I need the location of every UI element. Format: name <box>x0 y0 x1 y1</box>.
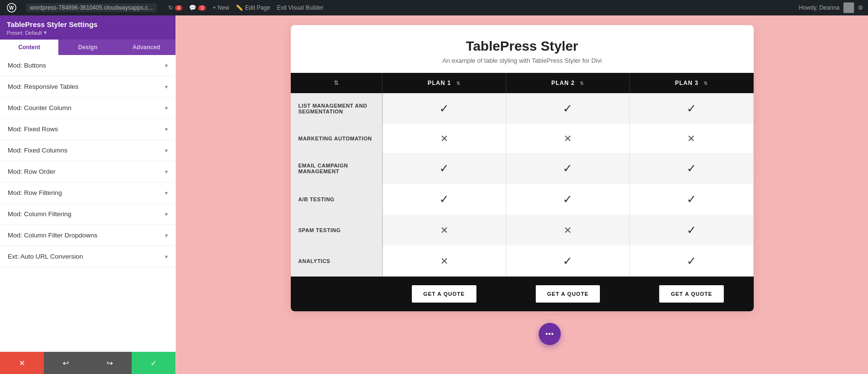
table-subtitle: An example of table styling with TablePr… <box>300 57 744 64</box>
refresh-icon: ↻ <box>168 4 173 11</box>
check-icon: ✓ <box>439 193 449 206</box>
sidebar-item-responsive-tables[interactable]: Mod: Responsive Tables ▾ <box>0 76 176 97</box>
table-row: MARKETING AUTOMATION✕✕✕ <box>291 124 754 153</box>
comments-button[interactable]: 💬 0 <box>189 4 206 11</box>
check-icon: ✓ <box>687 102 696 115</box>
screen-options-icon[interactable]: ⚙ <box>858 4 863 11</box>
sidebar-item-buttons[interactable]: Mod: Buttons ▾ <box>0 55 176 76</box>
feature-cell: A/B TESTING <box>291 184 382 215</box>
tab-content[interactable]: Content <box>0 40 58 55</box>
chevron-down-icon: ▾ <box>165 62 168 69</box>
sort-icon: ⇅ <box>334 80 339 86</box>
cross-icon: ✕ <box>687 133 695 144</box>
sidebar-item-fixed-columns[interactable]: Mod: Fixed Columns ▾ <box>0 140 176 161</box>
table-card-header: TablePress Styler An example of table st… <box>291 25 754 73</box>
sidebar: TablePress Styler Settings Preset: Defau… <box>0 15 176 374</box>
cross-icon: ✕ <box>440 133 448 144</box>
sidebar-item-row-filtering[interactable]: Mod: Row Filtering ▾ <box>0 182 176 204</box>
plan1-cell: ✕ <box>382 246 506 277</box>
table-row: ANALYTICS✕✓✓ <box>291 246 754 277</box>
sidebar-item-column-filter-dropdowns[interactable]: Mod: Column Filter Dropdowns ▾ <box>0 225 176 246</box>
sidebar-item-label: Mod: Counter Column <box>8 104 71 111</box>
table-row: SPAM TESTING✕✕✓ <box>291 215 754 246</box>
undo-button[interactable]: ↩ <box>44 352 88 374</box>
sort-icon: ⇅ <box>456 81 461 86</box>
wp-logo-icon[interactable]: W <box>5 3 18 13</box>
fab-button[interactable]: ••• <box>539 323 561 345</box>
preset-label: Preset: Default <box>7 30 42 36</box>
tab-advanced[interactable]: Advanced <box>117 40 176 55</box>
sidebar-content: Mod: Buttons ▾ Mod: Responsive Tables ▾ … <box>0 55 176 352</box>
tab-design[interactable]: Design <box>58 40 117 55</box>
plan3-cell: ✓ <box>630 215 754 246</box>
chevron-down-icon: ▾ <box>165 126 168 133</box>
new-label: + New <box>213 4 229 11</box>
sidebar-item-label: Mod: Row Order <box>8 168 55 175</box>
sidebar-header: TablePress Styler Settings Preset: Defau… <box>0 15 176 40</box>
site-url[interactable]: wordpress-784896-3610405.cloudwaysapps.c… <box>26 3 157 12</box>
col-header-plan2[interactable]: PLAN 2 ⇅ <box>506 73 630 93</box>
sidebar-item-column-filtering[interactable]: Mod: Column Filtering ▾ <box>0 204 176 225</box>
check-icon: ✓ <box>687 193 696 206</box>
plan1-cell: ✓ <box>382 93 506 124</box>
sidebar-item-label: Mod: Responsive Tables <box>8 83 79 90</box>
chevron-down-icon: ▾ <box>165 83 168 90</box>
plan1-cell: ✕ <box>382 124 506 153</box>
edit-page-button[interactable]: ✏️ Edit Page <box>236 4 270 11</box>
exit-builder-button[interactable]: Exit Visual Builder <box>277 4 324 11</box>
sidebar-item-auto-url-conversion[interactable]: Ext: Auto URL Conversion ▾ <box>0 246 176 267</box>
cancel-icon: ✕ <box>19 359 25 368</box>
plan2-cell: ✓ <box>506 93 630 124</box>
sidebar-item-counter-column[interactable]: Mod: Counter Column ▾ <box>0 97 176 119</box>
sidebar-item-label: Ext: Auto URL Conversion <box>8 253 83 260</box>
sidebar-title: TablePress Styler Settings <box>7 20 169 28</box>
chevron-down-icon: ▾ <box>165 232 168 239</box>
chevron-down-icon: ▾ <box>165 105 168 111</box>
cancel-button[interactable]: ✕ <box>0 352 44 374</box>
main-layout: TablePress Styler Settings Preset: Defau… <box>0 15 868 374</box>
table-title: TablePress Styler <box>300 39 744 54</box>
get-quote-plan1-button[interactable]: GET A QUOTE <box>412 285 476 303</box>
redo-button[interactable]: ↪ <box>88 352 132 374</box>
check-icon: ✓ <box>563 193 572 206</box>
sidebar-preset[interactable]: Preset: Default ▾ <box>7 29 169 36</box>
top-bar: W wordpress-784896-3610405.cloudwaysapps… <box>0 0 868 15</box>
plan2-cell: ✓ <box>506 153 630 184</box>
table-footer: GET A QUOTE GET A QUOTE GET A QUOTE <box>291 277 754 311</box>
col-header-plan1[interactable]: PLAN 1 ⇅ <box>382 73 506 93</box>
plan2-cell: ✕ <box>506 124 630 153</box>
sidebar-item-label: Mod: Fixed Rows <box>8 125 58 133</box>
check-icon: ✓ <box>687 223 696 236</box>
sidebar-item-row-order[interactable]: Mod: Row Order ▾ <box>0 161 176 182</box>
comment-icon: 💬 <box>189 4 196 11</box>
table-header-row: ⇅ PLAN 1 ⇅ PLAN 2 ⇅ PLAN 3 ⇅ <box>291 73 754 93</box>
save-button[interactable]: ✓ <box>132 352 176 374</box>
cross-icon: ✕ <box>440 225 448 235</box>
col-header-plan3[interactable]: PLAN 3 ⇅ <box>630 73 754 93</box>
plan2-cell: ✓ <box>506 246 630 277</box>
sidebar-item-label: Mod: Buttons <box>8 62 46 69</box>
feature-cell: LIST MANAGEMENT AND SEGMENTATION <box>291 93 382 124</box>
refresh-button[interactable]: ↻ 4 <box>168 4 183 11</box>
chevron-down-icon: ▾ <box>165 253 168 260</box>
chevron-down-icon: ▾ <box>165 190 168 196</box>
sidebar-item-label: Mod: Row Filtering <box>8 189 62 196</box>
table-footer-plan2: GET A QUOTE <box>506 277 630 311</box>
sidebar-item-label: Mod: Column Filter Dropdowns <box>8 232 97 239</box>
get-quote-plan3-button[interactable]: GET A QUOTE <box>659 285 724 303</box>
table-footer-plan3: GET A QUOTE <box>630 277 754 311</box>
plan2-cell: ✕ <box>506 215 630 246</box>
refresh-count: 4 <box>175 5 183 11</box>
check-icon: ✓ <box>563 162 572 175</box>
col-header-feature[interactable]: ⇅ <box>291 73 382 93</box>
new-button[interactable]: + New <box>213 4 229 11</box>
sidebar-item-fixed-rows[interactable]: Mod: Fixed Rows ▾ <box>0 119 176 140</box>
sort-icon: ⇅ <box>580 81 584 86</box>
get-quote-plan2-button[interactable]: GET A QUOTE <box>536 285 600 303</box>
avatar[interactable] <box>843 2 854 13</box>
chevron-down-icon: ▾ <box>165 168 168 175</box>
chevron-down-icon: ▾ <box>165 211 168 218</box>
table-card: TablePress Styler An example of table st… <box>291 25 754 311</box>
sort-icon: ⇅ <box>704 81 708 86</box>
feature-cell: EMAIL CAMPAIGN MANAGEMENT <box>291 153 382 184</box>
